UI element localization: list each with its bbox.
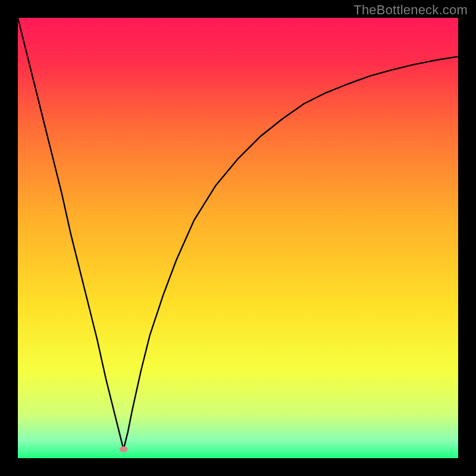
chart-background [18, 18, 458, 458]
chart-svg [18, 18, 458, 458]
vertex-marker [120, 446, 128, 452]
plot-area [18, 18, 458, 458]
chart-frame: TheBottleneck.com [0, 0, 476, 476]
watermark-label: TheBottleneck.com [353, 2, 468, 18]
